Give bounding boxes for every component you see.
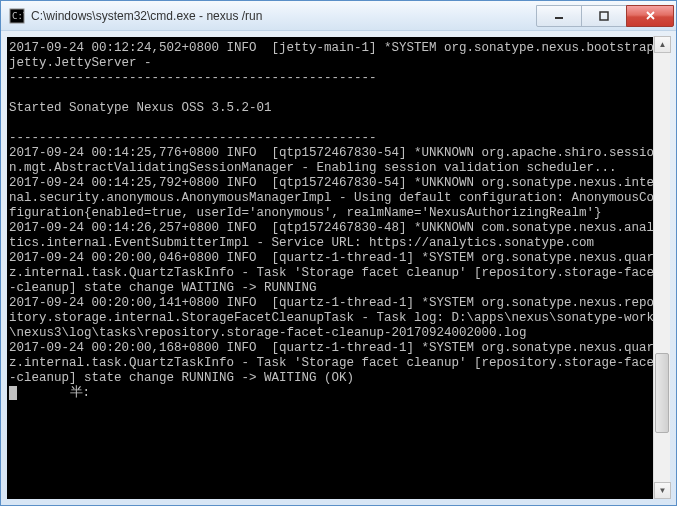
window-controls [537, 5, 674, 27]
log-line: 2017-09-24 00:14:25,792+0800 INFO [qtp15… [9, 176, 662, 220]
maximize-button[interactable] [581, 5, 627, 27]
minimize-button[interactable] [536, 5, 582, 27]
scroll-thumb[interactable] [655, 353, 669, 433]
log-line: ----------------------------------------… [9, 71, 377, 85]
log-line: 2017-09-24 00:14:25,776+0800 INFO [qtp15… [9, 146, 654, 175]
cursor [9, 386, 17, 400]
cmd-window: C:\ C:\windows\system32\cmd.exe - nexus … [0, 0, 677, 506]
vertical-scrollbar[interactable]: ▲ ▼ [653, 36, 670, 499]
log-line: 2017-09-24 00:20:00,046+0800 INFO [quart… [9, 251, 662, 295]
window-title: C:\windows\system32\cmd.exe - nexus /run [31, 9, 537, 23]
prompt-line: 半: [17, 386, 90, 400]
cmd-icon: C:\ [9, 8, 25, 24]
log-line: Started Sonatype Nexus OSS 3.5.2-01 [9, 101, 272, 115]
scroll-track[interactable] [654, 53, 670, 482]
log-line: 2017-09-24 00:20:00,168+0800 INFO [quart… [9, 341, 662, 385]
close-button[interactable] [626, 5, 674, 27]
svg-rect-3 [600, 12, 608, 20]
svg-rect-2 [555, 17, 563, 19]
log-line: 2017-09-24 00:12:24,502+0800 INFO [jetty… [9, 41, 662, 70]
svg-text:C:\: C:\ [12, 11, 25, 21]
terminal-output[interactable]: 2017-09-24 00:12:24,502+0800 INFO [jetty… [7, 37, 670, 499]
log-line: 2017-09-24 00:14:26,257+0800 INFO [qtp15… [9, 221, 662, 250]
scroll-down-button[interactable]: ▼ [654, 482, 671, 499]
log-line: ----------------------------------------… [9, 131, 377, 145]
titlebar[interactable]: C:\ C:\windows\system32\cmd.exe - nexus … [1, 1, 676, 31]
log-line: 2017-09-24 00:20:00,141+0800 INFO [quart… [9, 296, 662, 340]
scroll-up-button[interactable]: ▲ [654, 36, 671, 53]
